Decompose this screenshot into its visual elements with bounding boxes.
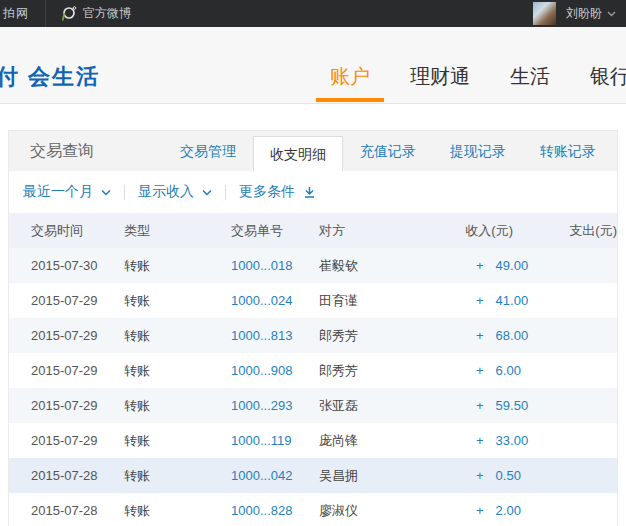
nav-tab[interactable]: 银行 <box>570 63 626 103</box>
panel-tab-label: 提现记录 <box>450 143 506 159</box>
weibo-link[interactable]: 官方微博 <box>60 5 131 22</box>
income-amount: 6.00 <box>496 363 521 378</box>
panel-tab[interactable]: 交易管理 <box>163 131 253 171</box>
direction-dropdown[interactable]: 显示收入 <box>138 183 212 201</box>
cell-income: +33.00 <box>457 433 539 448</box>
plus-sign: + <box>476 398 484 413</box>
order-number-link[interactable]: 1000...293 <box>231 398 292 413</box>
income-amount: 68.00 <box>496 328 529 343</box>
cell-income: +0.50 <box>457 468 539 483</box>
topbar: 拍网 官方微博 刘盼盼 <box>0 0 626 27</box>
order-number-link[interactable]: 1000...908 <box>231 363 292 378</box>
table-row[interactable]: 2015-07-30 转账 1000...018 崔毅钦 +49.00 <box>9 248 617 283</box>
weibo-icon <box>60 5 77 22</box>
avatar[interactable] <box>533 2 556 25</box>
col-header-expense: 支出(元) <box>539 222 617 240</box>
panel-bar: 交易查询 交易管理 收支明细 充值记录 提现记录 转账记录 <box>9 131 617 171</box>
plus-sign: + <box>476 293 484 308</box>
plus-sign: + <box>476 433 484 448</box>
plus-sign: + <box>476 363 484 378</box>
chevron-down-icon <box>202 189 212 196</box>
cell-income: +68.00 <box>457 328 539 343</box>
panel-tab[interactable]: 收支明细 <box>253 136 343 171</box>
table-row[interactable]: 2015-07-29 转账 1000...908 郎秀芳 +6.00 <box>9 353 617 388</box>
cell-order: 1000...042 <box>231 468 319 483</box>
panel-tab[interactable]: 提现记录 <box>433 131 523 171</box>
main-nav: 账户 理财通 生活 银行 <box>310 63 626 103</box>
nav-tab[interactable]: 生活 <box>490 63 570 103</box>
more-conditions-toggle[interactable]: 更多条件 <box>239 183 316 201</box>
cell-income: +49.00 <box>457 258 539 273</box>
cell-party: 郎秀芳 <box>319 327 457 345</box>
more-conditions-label: 更多条件 <box>239 183 295 201</box>
income-amount: 41.00 <box>496 293 529 308</box>
cell-party: 廖淑仪 <box>319 502 457 520</box>
cell-order: 1000...024 <box>231 293 319 308</box>
cell-date: 2015-07-29 <box>31 293 124 308</box>
table-row[interactable]: 2015-07-29 转账 1000...119 庞尚锋 +33.00 <box>9 423 617 458</box>
cell-party: 庞尚锋 <box>319 432 457 450</box>
filter-divider <box>225 185 226 200</box>
nav-tab-label: 理财通 <box>410 65 470 87</box>
income-amount: 49.00 <box>496 258 529 273</box>
cell-type: 转账 <box>124 362 231 380</box>
plus-sign: + <box>476 503 484 518</box>
site-logo: 付 会生活 <box>0 62 100 92</box>
panel-title: 交易查询 <box>30 141 94 162</box>
col-header-party: 对方 <box>319 222 457 240</box>
nav-tab[interactable]: 理财通 <box>390 63 490 103</box>
cell-party: 吴昌拥 <box>319 467 457 485</box>
cell-party: 崔毅钦 <box>319 257 457 275</box>
table-row[interactable]: 2015-07-28 转账 1000...042 吴昌拥 +0.50 <box>9 458 617 493</box>
cell-date: 2015-07-28 <box>31 468 124 483</box>
cell-income: +41.00 <box>457 293 539 308</box>
cell-order: 1000...828 <box>231 503 319 518</box>
nav-tab-label: 银行 <box>590 65 626 87</box>
panel-tab-label: 收支明细 <box>270 146 326 162</box>
order-number-link[interactable]: 1000...813 <box>231 328 292 343</box>
cell-type: 转账 <box>124 257 231 275</box>
chevron-down-icon <box>101 189 111 196</box>
cell-type: 转账 <box>124 327 231 345</box>
filter-divider <box>124 185 125 200</box>
nav-tab[interactable]: 账户 <box>310 63 390 103</box>
username[interactable]: 刘盼盼 <box>566 5 602 22</box>
table-row[interactable]: 2015-07-29 转账 1000...024 田育谨 +41.00 <box>9 283 617 318</box>
weibo-label: 官方微博 <box>83 5 131 22</box>
cell-date: 2015-07-30 <box>31 258 124 273</box>
table-body: 2015-07-30 转账 1000...018 崔毅钦 +49.00 2015… <box>9 248 617 526</box>
panel-tab-label: 充值记录 <box>360 143 416 159</box>
date-range-dropdown[interactable]: 最近一个月 <box>23 183 111 201</box>
cell-party: 田育谨 <box>319 292 457 310</box>
table-row[interactable]: 2015-07-29 转账 1000...293 张亚磊 +59.50 <box>9 388 617 423</box>
expand-down-icon <box>303 186 316 199</box>
cell-date: 2015-07-28 <box>31 503 124 518</box>
cell-party: 郎秀芳 <box>319 362 457 380</box>
cell-date: 2015-07-29 <box>31 433 124 448</box>
panel-tab-label: 交易管理 <box>180 143 236 159</box>
user-menu-chevron-down-icon[interactable] <box>607 11 616 17</box>
order-number-link[interactable]: 1000...828 <box>231 503 292 518</box>
cell-income: +2.00 <box>457 503 539 518</box>
filter-bar: 最近一个月 显示收入 更多条件 <box>9 171 617 213</box>
panel-tab[interactable]: 转账记录 <box>523 131 613 171</box>
cell-date: 2015-07-29 <box>31 363 124 378</box>
order-number-link[interactable]: 1000...024 <box>231 293 292 308</box>
panel-tab[interactable]: 充值记录 <box>343 131 433 171</box>
income-amount: 2.00 <box>496 503 521 518</box>
order-number-link[interactable]: 1000...018 <box>231 258 292 273</box>
topbar-paipai-link[interactable]: 拍网 <box>0 5 45 22</box>
order-number-link[interactable]: 1000...042 <box>231 468 292 483</box>
order-number-link[interactable]: 1000...119 <box>231 433 291 448</box>
col-header-income: 收入(元) <box>457 222 539 240</box>
income-amount: 0.50 <box>496 468 521 483</box>
table-row[interactable]: 2015-07-28 转账 1000...828 廖淑仪 +2.00 <box>9 493 617 526</box>
plus-sign: + <box>476 258 484 273</box>
table-row[interactable]: 2015-07-29 转账 1000...813 郎秀芳 +68.00 <box>9 318 617 353</box>
col-header-date: 交易时间 <box>31 222 124 240</box>
panel-tabs: 交易管理 收支明细 充值记录 提现记录 转账记录 <box>163 131 613 171</box>
cell-type: 转账 <box>124 397 231 415</box>
col-header-order: 交易单号 <box>231 222 319 240</box>
direction-value: 显示收入 <box>138 183 194 201</box>
plus-sign: + <box>476 468 484 483</box>
